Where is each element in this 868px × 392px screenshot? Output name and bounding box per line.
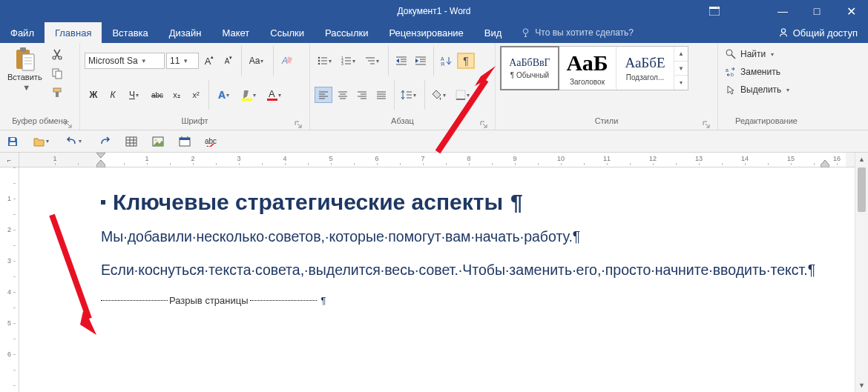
change-case-button[interactable]: Aa▾: [246, 53, 269, 69]
styles-gallery[interactable]: АаБбВвГ ¶ Обычный АаБ Заголовок АаБбЕ По…: [500, 46, 688, 90]
svg-text:A: A: [441, 56, 444, 62]
svg-rect-16: [53, 88, 61, 92]
underline-button[interactable]: Ч▾: [123, 87, 147, 103]
font-size-combo[interactable]: 11▼: [166, 53, 199, 69]
copy-button[interactable]: [48, 65, 66, 82]
multilevel-list-button[interactable]: ▾: [362, 53, 384, 69]
format-painter-button[interactable]: [48, 84, 66, 101]
document-paragraph-1[interactable]: Мы·добавили·несколько·советов,·которые·п…: [101, 225, 828, 248]
sort-button[interactable]: AЯ: [438, 53, 456, 69]
align-center-button[interactable]: [334, 87, 352, 103]
scrollbar-thumb[interactable]: [858, 167, 866, 212]
calendar-button[interactable]: [177, 133, 193, 150]
numbering-button[interactable]: 123▾: [338, 53, 361, 69]
style-normal[interactable]: АаБбВвГ ¶ Обычный: [500, 46, 559, 90]
undo-button[interactable]: ▾: [64, 133, 86, 150]
highlight-button[interactable]: ▾: [238, 87, 262, 103]
clear-formatting-button[interactable]: A: [277, 53, 295, 69]
redo-button[interactable]: [96, 133, 113, 150]
svg-point-27: [318, 63, 320, 65]
subscript-button[interactable]: x₂: [168, 87, 185, 103]
svg-rect-8: [22, 54, 34, 70]
tab-mailings[interactable]: Рассылки: [315, 22, 378, 43]
shading-button[interactable]: ▾: [429, 87, 451, 103]
align-justify-button[interactable]: [372, 87, 390, 103]
picture-button[interactable]: [150, 133, 166, 150]
font-color-button[interactable]: A▾: [263, 87, 287, 103]
svg-rect-73: [10, 142, 16, 145]
replace-button[interactable]: ab Заменить: [723, 64, 795, 80]
scroll-up-icon[interactable]: ▲: [674, 47, 688, 61]
page-break-indicator[interactable]: Разрыв страницы ¶: [101, 295, 868, 306]
paragraph-dialog-launcher[interactable]: [479, 119, 489, 130]
horizontal-ruler[interactable]: ⌐ 112345678910111213141516: [0, 153, 868, 167]
clipboard-dialog-launcher[interactable]: [63, 119, 73, 130]
search-icon: [726, 49, 736, 59]
strikethrough-button[interactable]: abc: [148, 87, 166, 103]
paste-button[interactable]: Вставить ▼: [4, 46, 45, 93]
cut-button[interactable]: [48, 46, 66, 62]
svg-rect-22: [267, 99, 277, 101]
borders-button[interactable]: ▾: [453, 87, 475, 103]
document-heading[interactable]: Ключевые стратегические аспекты¶: [101, 190, 868, 215]
styles-gallery-more[interactable]: ▲ ▼ ▾: [674, 47, 688, 90]
superscript-button[interactable]: x²: [187, 87, 205, 103]
find-button[interactable]: Найти▾: [723, 46, 795, 62]
tab-insert[interactable]: Вставка: [102, 22, 158, 43]
align-left-button[interactable]: [315, 87, 332, 103]
document-title: Документ1 - Word: [397, 6, 470, 16]
table-button[interactable]: [123, 133, 139, 150]
tab-home[interactable]: Главная: [45, 22, 102, 43]
text-effects-button[interactable]: A▾: [213, 87, 237, 103]
svg-rect-75: [126, 137, 137, 146]
bullets-button[interactable]: ▾: [315, 53, 337, 69]
bold-button[interactable]: Ж: [85, 87, 102, 103]
minimize-button[interactable]: —: [766, 0, 800, 22]
vertical-ruler[interactable]: 123456: [0, 167, 19, 392]
open-button[interactable]: ▾: [31, 133, 53, 150]
tab-review[interactable]: Рецензирование: [378, 22, 473, 43]
shrink-font-button[interactable]: A▾: [220, 53, 237, 69]
svg-rect-74: [10, 138, 15, 141]
group-paragraph: ▾ 123▾ ▾ AЯ ¶ ▾ ▾ ▾ Абза: [310, 43, 496, 130]
line-spacing-button[interactable]: ▾: [398, 87, 421, 103]
scroll-down-button[interactable]: ▼: [855, 379, 868, 392]
align-right-button[interactable]: [353, 87, 371, 103]
scroll-up-button[interactable]: ▲: [855, 153, 868, 166]
styles-dialog-launcher[interactable]: [701, 119, 711, 130]
style-subheading[interactable]: АаБбЕ Подзагол...: [617, 47, 674, 90]
increase-indent-button[interactable]: [412, 53, 430, 69]
spellcheck-button[interactable]: abc: [203, 133, 220, 150]
tell-me-search[interactable]: Что вы хотите сделать?: [521, 22, 634, 43]
svg-rect-15: [56, 71, 62, 79]
tab-references[interactable]: Ссылки: [260, 22, 315, 43]
group-clipboard-label: Буфер обмена: [12, 116, 68, 125]
document-page[interactable]: Ключевые стратегические аспекты¶ Мы·доба…: [19, 167, 868, 392]
save-button[interactable]: [4, 133, 21, 150]
select-button[interactable]: Выделить▾: [723, 82, 795, 98]
tab-view[interactable]: Вид: [474, 22, 513, 43]
decrease-indent-button[interactable]: [392, 53, 410, 69]
show-paragraph-marks-button[interactable]: ¶: [457, 53, 475, 69]
right-indent-marker[interactable]: [821, 160, 829, 167]
tab-file[interactable]: Файл: [0, 22, 45, 43]
italic-button[interactable]: К: [104, 87, 122, 103]
scroll-down-icon[interactable]: ▼: [674, 61, 688, 76]
font-name-combo[interactable]: Microsoft Sa▼: [85, 53, 165, 69]
first-line-indent-marker[interactable]: [96, 153, 105, 159]
grow-font-button[interactable]: A▴: [200, 53, 218, 69]
document-paragraph-2[interactable]: Если·коснуться·текста·совета,·выделится·…: [101, 259, 828, 282]
close-button[interactable]: ✕: [834, 0, 868, 22]
font-dialog-launcher[interactable]: [293, 119, 303, 130]
maximize-button[interactable]: □: [800, 0, 834, 22]
expand-gallery-icon[interactable]: ▾: [674, 75, 688, 90]
tab-layout[interactable]: Макет: [211, 22, 260, 43]
style-heading[interactable]: АаБ Заголовок: [559, 47, 617, 90]
vertical-scrollbar[interactable]: ▲ ▼: [855, 153, 868, 392]
svg-rect-1: [709, 7, 720, 9]
tab-design[interactable]: Дизайн: [159, 22, 212, 43]
share-button[interactable]: Общий доступ: [768, 22, 868, 43]
group-font-label: Шрифт: [181, 116, 208, 125]
ribbon-display-options-button[interactable]: [697, 0, 731, 22]
tab-selector[interactable]: ⌐: [0, 153, 19, 167]
